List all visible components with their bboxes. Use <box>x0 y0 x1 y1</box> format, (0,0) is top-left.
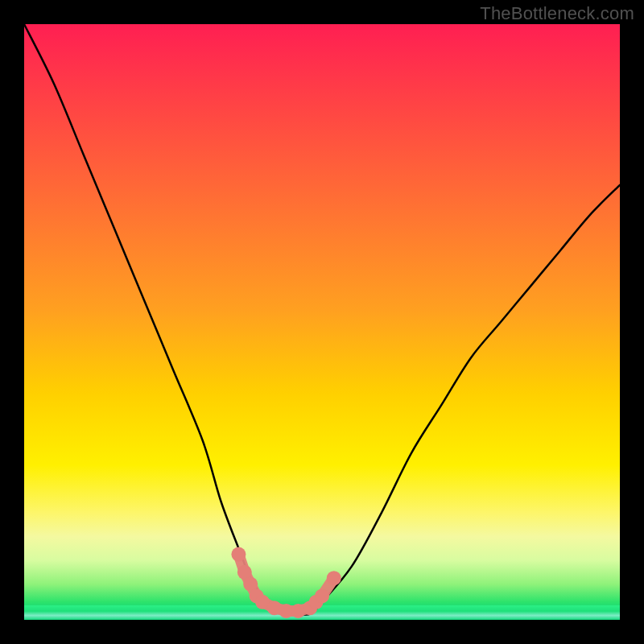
marker-dot <box>237 565 252 580</box>
marker-connector <box>238 555 333 611</box>
marker-dot <box>231 547 246 562</box>
chart-frame: TheBottleneck.com <box>0 0 644 644</box>
marker-dot <box>315 588 329 603</box>
plot-area <box>24 24 620 620</box>
marker-dot <box>250 588 264 603</box>
marker-dot <box>327 571 341 585</box>
bottleneck-curve <box>24 24 620 620</box>
optimal-band <box>24 605 620 620</box>
watermark-text: TheBottleneck.com <box>480 3 634 24</box>
marker-dot <box>243 577 258 592</box>
